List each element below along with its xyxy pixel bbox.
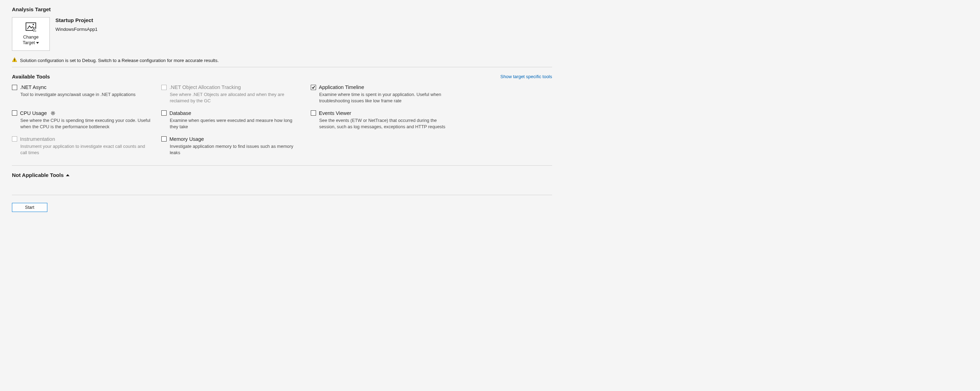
chevron-up-icon xyxy=(66,174,70,176)
tool-net-object-alloc-label: .NET Object Allocation Tracking xyxy=(169,84,241,90)
section-available-tools: Available Tools xyxy=(12,74,50,79)
section-analysis-target: Analysis Target xyxy=(12,6,552,12)
show-target-specific-tools-link[interactable]: Show target specific tools xyxy=(501,74,552,79)
svg-line-18 xyxy=(51,114,52,115)
start-button-label: Start xyxy=(25,205,34,210)
tool-cpu-usage-gear-icon[interactable] xyxy=(51,111,56,116)
svg-point-1 xyxy=(33,24,34,25)
tool-application-timeline-desc: Examine where time is spent in your appl… xyxy=(319,92,450,104)
tool-memory-usage-checkbox[interactable] xyxy=(161,136,167,142)
tool-net-object-alloc: .NET Object Allocation Tracking See wher… xyxy=(161,84,311,104)
svg-rect-10 xyxy=(14,61,15,61)
tool-database-label: Database xyxy=(169,110,191,116)
tool-events-viewer: Events Viewer See the events (ETW or Net… xyxy=(311,110,460,130)
tool-events-viewer-label: Events Viewer xyxy=(319,110,351,116)
tool-instrumentation-checkbox xyxy=(12,136,17,142)
tool-net-async-desc: Tool to investigate async/await usage in… xyxy=(20,92,151,98)
not-applicable-tools-label: Not Applicable Tools xyxy=(12,172,64,178)
tool-cpu-usage-label: CPU Usage xyxy=(20,110,47,116)
svg-point-11 xyxy=(52,112,54,114)
start-button[interactable]: Start xyxy=(12,203,47,212)
svg-rect-9 xyxy=(14,59,15,61)
svg-line-17 xyxy=(54,114,54,115)
tool-cpu-usage-desc: See where the CPU is spending time execu… xyxy=(20,117,151,130)
tool-memory-usage-label: Memory Usage xyxy=(169,136,204,142)
tool-net-async-label: .NET Async xyxy=(20,84,46,90)
tool-instrumentation: Instrumentation Instrument your applicat… xyxy=(12,136,161,156)
chevron-down-icon xyxy=(36,42,39,44)
warning-icon xyxy=(12,57,17,63)
tool-database-checkbox[interactable] xyxy=(161,110,167,116)
tool-net-object-alloc-desc: See where .NET Objects are allocated and… xyxy=(170,92,301,104)
tool-database: Database Examine when queries were execu… xyxy=(161,110,311,130)
tool-application-timeline: Application Timeline Examine where time … xyxy=(311,84,460,104)
analysis-target-row: Change Target Startup Project WindowsFor… xyxy=(12,17,552,51)
tool-instrumentation-desc: Instrument your application to investiga… xyxy=(20,143,151,156)
tool-cpu-usage: CPU Usage xyxy=(12,110,161,130)
change-target-button[interactable]: Change Target xyxy=(12,17,50,51)
tool-application-timeline-label: Application Timeline xyxy=(319,84,364,90)
target-title: Startup Project xyxy=(56,17,97,23)
tool-cpu-usage-checkbox[interactable] xyxy=(12,110,17,116)
bottom-bar: Start xyxy=(12,195,552,222)
target-image-icon xyxy=(25,22,36,33)
tool-application-timeline-checkbox[interactable] xyxy=(311,85,316,90)
target-name: WindowsFormsApp1 xyxy=(56,27,97,32)
not-applicable-tools-toggle[interactable]: Not Applicable Tools xyxy=(12,172,552,178)
separator xyxy=(12,165,552,166)
tool-database-desc: Examine when queries were executed and m… xyxy=(170,117,301,130)
svg-line-19 xyxy=(54,112,54,112)
tool-instrumentation-label: Instrumentation xyxy=(20,136,55,142)
svg-line-16 xyxy=(51,112,52,112)
change-target-label: Change Target xyxy=(23,35,39,46)
tool-events-viewer-checkbox[interactable] xyxy=(311,110,316,116)
tools-grid: .NET Async Tool to investigate async/awa… xyxy=(12,84,552,155)
target-info: Startup Project WindowsFormsApp1 xyxy=(56,17,97,32)
tool-memory-usage-desc: Investigate application memory to find i… xyxy=(170,143,301,156)
svg-point-3 xyxy=(34,29,35,30)
warning-line: Solution configuration is set to Debug. … xyxy=(12,57,552,67)
tool-net-async: .NET Async Tool to investigate async/awa… xyxy=(12,84,161,104)
separator xyxy=(12,67,552,67)
tool-net-object-alloc-checkbox xyxy=(161,85,167,90)
tool-net-async-checkbox[interactable] xyxy=(12,85,17,90)
warning-text: Solution configuration is set to Debug. … xyxy=(20,58,219,63)
tool-events-viewer-desc: See the events (ETW or NetTrace) that oc… xyxy=(319,117,450,130)
tool-memory-usage: Memory Usage Investigate application mem… xyxy=(161,136,311,156)
